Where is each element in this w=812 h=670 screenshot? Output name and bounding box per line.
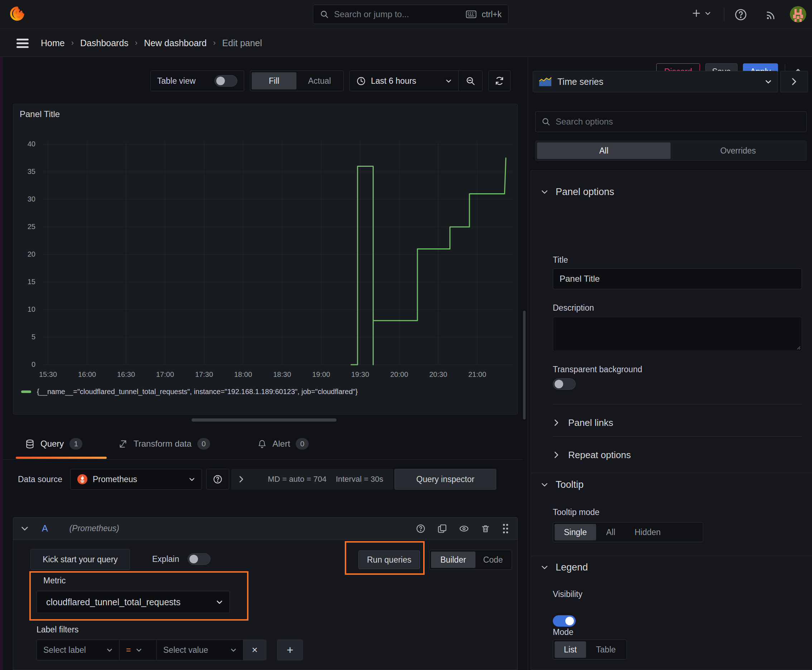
datasource-help-button[interactable] [206, 469, 229, 490]
legend-visibility-toggle[interactable] [553, 615, 576, 627]
kick-start-button[interactable]: Kick start your query [31, 549, 130, 570]
drag-handle-icon[interactable] [502, 523, 509, 534]
user-avatar[interactable] [790, 6, 806, 22]
y-axis-tick-label: 10 [16, 305, 36, 313]
resize-corner-icon[interactable] [795, 345, 800, 350]
tooltip-single-option[interactable]: Single [554, 524, 596, 540]
search-placeholder: Search or jump to... [334, 9, 461, 19]
query-options-collapsed[interactable]: MD = auto = 704 Interval = 30s [231, 469, 393, 490]
remove-filter-button[interactable]: × [244, 640, 266, 660]
description-textarea[interactable] [553, 317, 802, 351]
search-options-input[interactable]: Search options [535, 111, 807, 132]
legend-swatch [21, 391, 31, 393]
table-view-toggle[interactable] [214, 75, 237, 86]
y-axis-tick-label: 40 [16, 140, 36, 148]
chart-legend[interactable]: {__name__="cloudflared_tunnel_total_requ… [21, 387, 358, 396]
chevron-down-icon [541, 565, 548, 570]
prometheus-icon [77, 474, 88, 485]
tab-overrides[interactable]: Overrides [671, 142, 805, 159]
resize-handle[interactable] [192, 418, 337, 421]
select-label-placeholder: Select label [43, 645, 101, 655]
breadcrumb-edit-panel: Edit panel [222, 38, 262, 48]
search-options-placeholder: Search options [556, 117, 613, 127]
tab-alert[interactable]: Alert 0 [258, 438, 309, 450]
label-filters-label: Label filters [37, 625, 79, 634]
explain-toggle[interactable] [188, 553, 210, 565]
collapse-pane-button[interactable] [780, 71, 808, 92]
transparent-background-toggle[interactable] [553, 378, 576, 390]
chevron-down-icon [765, 78, 772, 85]
time-series-chart[interactable] [13, 104, 518, 415]
time-range-picker[interactable]: Last 6 hours [350, 76, 458, 86]
legend-mode-switch: List Table [553, 640, 627, 660]
panel-edit-toolbar: Table view Fill Actual Last 6 hours [150, 71, 510, 91]
panel-links-label: Panel links [568, 417, 613, 428]
add-filter-button[interactable]: + [277, 640, 303, 660]
query-inspector-button[interactable]: Query inspector [395, 469, 496, 490]
panel-links-section[interactable]: Panel links [554, 411, 613, 434]
help-button[interactable] [734, 8, 748, 22]
tab-transform[interactable]: Transform data 0 [118, 438, 210, 450]
transparent-background-label: Transparent background [553, 365, 642, 374]
code-option[interactable]: Code [476, 552, 510, 568]
y-axis-tick-label: 20 [16, 250, 36, 259]
metric-select[interactable]: cloudflared_tunnel_total_requests [37, 591, 230, 613]
actual-option[interactable]: Actual [297, 72, 342, 90]
chevron-down-icon [189, 476, 195, 482]
tooltip-hidden-option[interactable]: Hidden [626, 524, 670, 540]
chevron-down-icon [541, 482, 548, 487]
legend-mode-table[interactable]: Table [587, 641, 625, 658]
global-search-input[interactable]: Search or jump to... ctrl+k [313, 5, 509, 24]
question-circle-icon [734, 8, 748, 22]
delete-query-icon[interactable] [481, 524, 490, 534]
panel-title-input[interactable]: Panel Title [553, 269, 802, 289]
y-axis-tick-label: 30 [16, 195, 36, 203]
news-feed-button[interactable] [765, 8, 777, 21]
breadcrumb-dashboards[interactable]: Dashboards [80, 38, 129, 48]
query-header[interactable]: A (Prometheus) [13, 518, 517, 540]
x-axis-tick-label: 18:00 [227, 371, 259, 379]
refresh-button[interactable] [488, 71, 510, 91]
label-filter-row: Select label = Select value × + [37, 640, 303, 660]
tooltip-all-option[interactable]: All [597, 524, 625, 540]
clock-icon [356, 76, 366, 86]
query-help-icon[interactable] [416, 524, 425, 534]
repeat-options-label: Repeat options [568, 450, 631, 461]
legend-header[interactable]: Legend [541, 562, 588, 573]
select-label-dropdown[interactable]: Select label [37, 640, 120, 660]
query-ref-id[interactable]: A [42, 523, 48, 534]
select-value-dropdown[interactable]: Select value [157, 640, 244, 660]
section-divider [531, 556, 812, 556]
breadcrumb-new-dashboard[interactable]: New dashboard [144, 38, 207, 48]
legend-series-label: {__name__="cloudflared_tunnel_total_requ… [37, 387, 358, 396]
tab-all[interactable]: All [537, 142, 671, 159]
operator-dropdown[interactable]: = [120, 640, 157, 660]
active-tab-underline [16, 457, 107, 459]
top-nav: Search or jump to... ctrl+k [0, 0, 812, 29]
chevron-right-icon [554, 419, 559, 426]
legend-mode-list[interactable]: List [554, 641, 586, 658]
add-menu-button[interactable] [691, 8, 711, 19]
duplicate-query-icon[interactable] [437, 524, 447, 534]
tooltip-title: Tooltip [556, 479, 583, 490]
x-axis-tick-label: 16:00 [71, 371, 103, 379]
plus-icon: + [287, 643, 293, 657]
datasource-picker[interactable]: Prometheus [70, 469, 202, 490]
visualization-picker[interactable]: Time series [533, 71, 778, 92]
fill-option[interactable]: Fill [252, 72, 297, 90]
run-queries-button[interactable]: Run queries [358, 550, 420, 569]
operator-value: = [126, 645, 131, 655]
repeat-options-section[interactable]: Repeat options [554, 443, 631, 466]
tooltip-header[interactable]: Tooltip [541, 479, 583, 490]
scrollbar-thumb[interactable] [523, 311, 526, 420]
breadcrumb-home[interactable]: Home [41, 38, 65, 48]
zoom-out-time-button[interactable] [459, 76, 482, 86]
panel-options-header[interactable]: Panel options [541, 186, 614, 198]
grafana-logo-icon[interactable] [8, 5, 26, 22]
table-view-label: Table view [157, 76, 195, 86]
mega-menu-button[interactable] [16, 38, 29, 48]
builder-option[interactable]: Builder [431, 552, 475, 568]
toggle-visibility-icon[interactable] [459, 524, 470, 534]
tab-query[interactable]: Query 1 [25, 438, 82, 450]
breadcrumb-separator: › [213, 38, 215, 47]
